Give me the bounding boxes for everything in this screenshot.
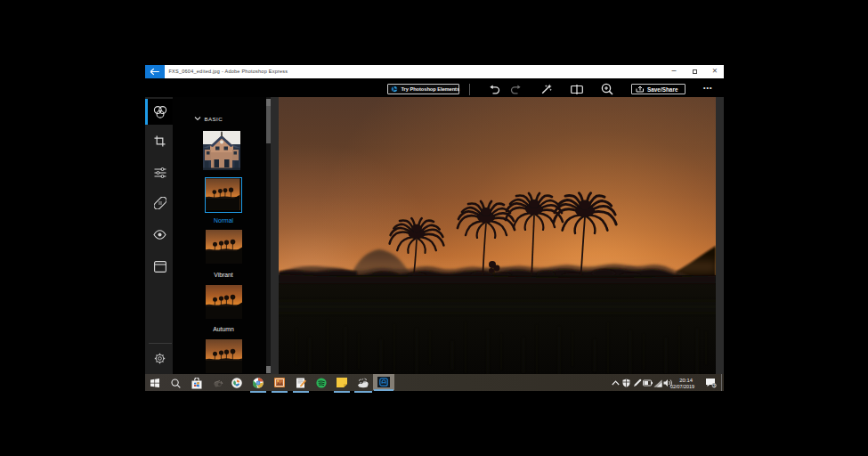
svg-text:3: 3 bbox=[713, 384, 716, 388]
